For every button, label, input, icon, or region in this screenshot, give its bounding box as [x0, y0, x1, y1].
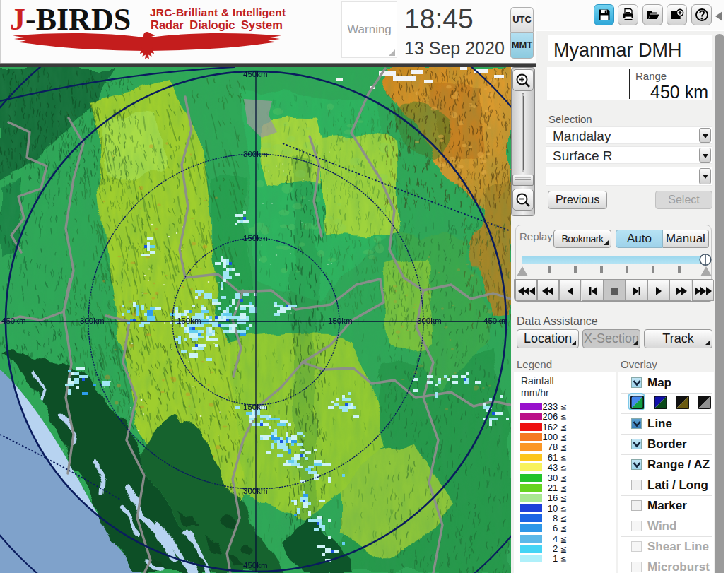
svg-text:450km: 450km	[243, 70, 268, 78]
svg-text:150km: 150km	[243, 403, 268, 411]
svg-text:300km: 300km	[80, 317, 105, 325]
svg-text:150km: 150km	[243, 234, 268, 242]
svg-text:150km: 150km	[177, 317, 201, 325]
svg-text:450km: 450km	[243, 561, 268, 569]
svg-text:300km: 300km	[243, 150, 268, 158]
svg-text:450km: 450km	[483, 317, 508, 325]
svg-text:300km: 300km	[243, 487, 268, 495]
svg-text:300km: 300km	[417, 317, 442, 325]
svg-text:150km: 150km	[328, 317, 353, 325]
svg-text:450km: 450km	[1, 317, 26, 325]
